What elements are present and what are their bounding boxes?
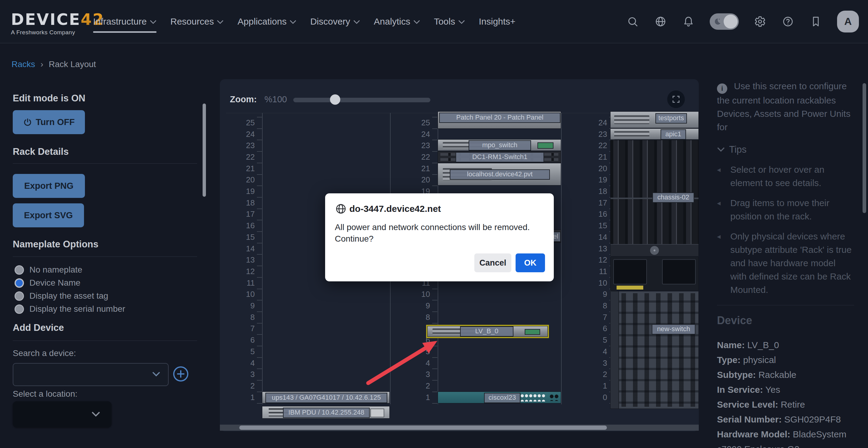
info-paragraph: iUse this screen to configure the curren… xyxy=(717,80,854,134)
turn-off-button[interactable]: Turn OFF xyxy=(13,110,85,134)
search-icon[interactable] xyxy=(626,15,639,28)
unit-label: 14 xyxy=(591,233,607,242)
unit-label: 6 xyxy=(239,335,255,345)
unit-label: 8 xyxy=(414,312,430,322)
unit-tick xyxy=(432,311,437,312)
unit-label: 18 xyxy=(591,187,607,196)
location-select[interactable] xyxy=(13,401,112,427)
nav-item-infrastructure[interactable]: Infrastructure xyxy=(93,0,156,43)
unit-label: 11 xyxy=(591,267,607,276)
device-chassis-02[interactable]: chassis-02 xyxy=(610,140,699,257)
unit-tick xyxy=(432,346,437,346)
nav-item-applications[interactable]: Applications xyxy=(238,0,296,43)
device42-logo[interactable]: DEVICE42 A Freshworks Company xyxy=(11,11,104,36)
unit-label: 15 xyxy=(239,233,255,242)
avatar[interactable]: A xyxy=(837,11,859,32)
device-ciscoxl23[interactable]: ciscoxl23 xyxy=(438,392,561,404)
device-detail-row: Serial Number: SGH029P4F8 xyxy=(717,412,854,427)
radio-label: Display the asset tag xyxy=(29,291,108,301)
radio-indicator xyxy=(14,304,24,314)
help-icon[interactable] xyxy=(781,15,795,28)
nav-item-resources[interactable]: Resources xyxy=(170,0,223,43)
device-detail-row: Hardware Model: BladeSystem c7000 Enclos… xyxy=(717,427,854,448)
breadcrumb-racks-link[interactable]: Racks xyxy=(11,59,35,69)
nav-item-analytics[interactable]: Analytics xyxy=(374,0,420,43)
unit-tick xyxy=(257,392,262,392)
device-ups143[interactable]: ups143 / GA07G41017 / 10.42.6.125 xyxy=(262,392,390,404)
theme-toggle[interactable] xyxy=(710,13,739,30)
info-icon: i xyxy=(717,84,727,94)
unit-label: 17 xyxy=(591,198,607,208)
power-icon xyxy=(23,118,32,127)
unit-label: 4 xyxy=(414,358,430,368)
unit-label: 15 xyxy=(591,221,607,230)
rack-rail xyxy=(561,113,562,404)
unit-label: 2 xyxy=(414,381,430,391)
device-apic1[interactable]: apic1 xyxy=(610,128,699,140)
device-new-switch[interactable]: new-switch xyxy=(610,291,699,409)
device-testports[interactable]: testports xyxy=(610,111,699,128)
unit-label: 1 xyxy=(239,393,255,402)
unit-tick xyxy=(432,323,437,324)
radio-no-nameplate[interactable]: No nameplate xyxy=(14,263,82,276)
ok-button[interactable]: OK xyxy=(516,253,545,272)
unit-label: 6 xyxy=(591,324,607,333)
globe-icon[interactable] xyxy=(654,15,667,28)
device-ibm-pdu[interactable]: IBM PDU / 10.42.255.248 xyxy=(262,406,390,419)
radio-indicator xyxy=(14,278,24,288)
zoom-slider-track[interactable] xyxy=(293,98,430,102)
tips-toggle[interactable]: Tips xyxy=(717,143,854,156)
device-power-unit[interactable] xyxy=(610,257,699,291)
unit-label: 21 xyxy=(591,152,607,162)
fullscreen-button[interactable] xyxy=(667,90,685,108)
device-details: Name: LV_B_0Type: physicalSubtype: Racka… xyxy=(717,337,854,448)
cancel-button[interactable]: Cancel xyxy=(474,253,512,272)
nameplate-dc1-rm1-switch1: DC1-RM1-Switch1 xyxy=(456,152,544,162)
unit-label: 14 xyxy=(239,244,255,253)
nameplate-new-switch: new-switch xyxy=(652,324,695,334)
add-device-button[interactable] xyxy=(173,366,189,382)
unit-tick xyxy=(432,368,437,369)
unit-tick xyxy=(257,174,262,175)
radio-device-name[interactable]: Device Name xyxy=(14,276,81,290)
radio-label: Device Name xyxy=(29,278,81,288)
nav-icons: A xyxy=(626,0,859,43)
unit-label: 24 xyxy=(239,129,255,139)
radio-display-the-asset-tag[interactable]: Display the asset tag xyxy=(14,289,108,303)
nav-item-insights-[interactable]: Insights+ xyxy=(479,0,516,43)
divider xyxy=(13,340,197,341)
unit-label: 3 xyxy=(591,358,607,368)
zoom-slider-thumb[interactable] xyxy=(330,94,340,105)
chevron-down-icon xyxy=(413,20,420,24)
horizontal-scrollbar-thumb[interactable] xyxy=(239,425,607,430)
device-localhost-server[interactable]: localhost.device42.pvt xyxy=(438,163,561,185)
left-sidebar-scrollbar[interactable] xyxy=(203,103,206,197)
unit-tick xyxy=(432,403,437,404)
nameplate-lv-b-0: LV_B_0 xyxy=(460,326,514,337)
search-device-select[interactable] xyxy=(13,363,168,386)
unit-label: 8 xyxy=(591,301,607,310)
unit-tick xyxy=(257,209,262,209)
bell-icon[interactable] xyxy=(682,15,695,28)
right-sidebar-scrollbar[interactable] xyxy=(863,83,866,213)
gear-icon[interactable] xyxy=(753,15,767,28)
dialog-title: do-3447.device42.net xyxy=(349,204,441,214)
unit-tick xyxy=(257,323,262,324)
export-png-button[interactable]: Export PNG xyxy=(13,174,85,198)
device-patch-panel-20[interactable]: Patch Panel 20 - Patch Panel xyxy=(438,111,561,129)
right-info-panel: iUse this screen to configure the curren… xyxy=(717,80,854,448)
nameplate-apic1: apic1 xyxy=(660,129,686,140)
device-dc1-rm1-switch1[interactable]: DC1-RM1-Switch1 xyxy=(438,151,561,163)
radio-display-the-serial-number[interactable]: Display the serial number xyxy=(14,302,125,316)
unit-tick xyxy=(432,128,437,129)
bookmark-icon[interactable] xyxy=(809,15,823,28)
nav-item-discovery[interactable]: Discovery xyxy=(310,0,360,43)
tip-item: ◂Select or hover over an element to see … xyxy=(717,163,854,190)
export-svg-button[interactable]: Export SVG xyxy=(13,203,84,227)
tips-list: ◂Select or hover over an element to see … xyxy=(717,163,854,297)
device-mpo-switch[interactable]: mpo_switch xyxy=(438,139,561,151)
unit-tick xyxy=(257,140,262,140)
unit-label: 20 xyxy=(239,175,255,184)
nav-item-tools[interactable]: Tools xyxy=(434,0,465,43)
nameplate-chassis-02: chassis-02 xyxy=(652,192,694,203)
